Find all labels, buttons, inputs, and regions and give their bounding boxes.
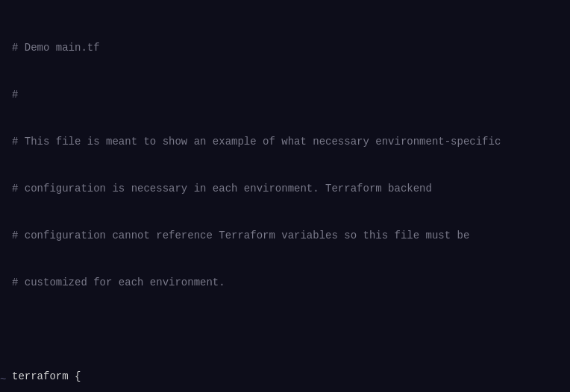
line-2: # bbox=[12, 87, 558, 103]
line-1: # Demo main.tf bbox=[12, 40, 558, 56]
code-content: # Demo main.tf # # This file is meant to… bbox=[12, 9, 558, 392]
line-6: # customized for each environment. bbox=[12, 275, 558, 291]
line-4: # configuration is necessary in each env… bbox=[12, 181, 558, 197]
line-5: # configuration cannot reference Terrafo… bbox=[12, 228, 558, 244]
tilde-line: ~ bbox=[0, 372, 6, 388]
code-editor: # Demo main.tf # # This file is meant to… bbox=[0, 0, 570, 392]
line-8: terraform { bbox=[12, 369, 558, 385]
line-7 bbox=[12, 322, 558, 338]
line-3: # This file is meant to show an example … bbox=[12, 134, 558, 150]
